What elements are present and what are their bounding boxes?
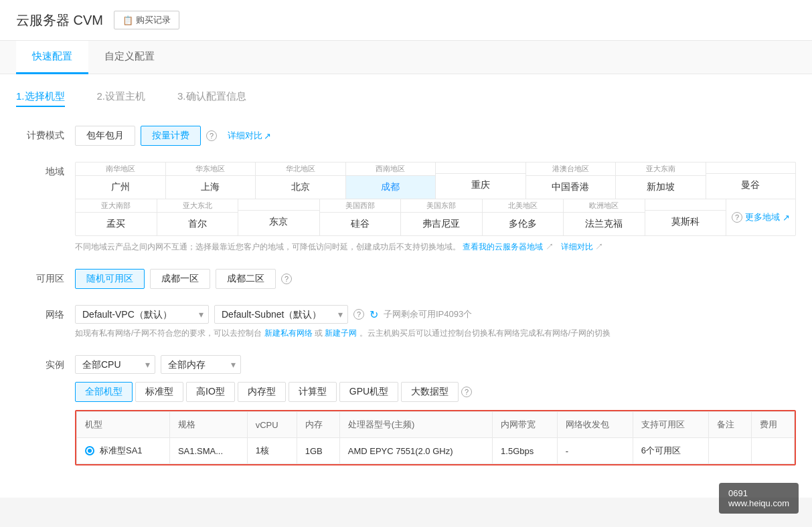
az-help-icon[interactable]: ? bbox=[281, 274, 292, 284]
network-help-icon[interactable]: ? bbox=[353, 309, 364, 320]
page-header: 云服务器 CVM 📋 购买记录 bbox=[0, 0, 812, 41]
region-southwest-header: 西南地区 bbox=[346, 163, 436, 176]
az-zone1-btn[interactable]: 成都一区 bbox=[150, 269, 210, 289]
instance-filters: 全部CPU ▾ 全部内存 ▾ bbox=[75, 355, 796, 374]
region-group-sea: 亚大东南 新加坡 bbox=[616, 163, 706, 199]
itype-help-icon[interactable]: ? bbox=[461, 387, 472, 397]
region-europe-header: 欧洲地区 bbox=[564, 199, 645, 213]
cell-zones: 6个可用区 bbox=[633, 438, 708, 464]
cell-processor: AMD EPYC 7551(2.0 GHz) bbox=[339, 438, 492, 464]
col-cost: 费用 bbox=[751, 412, 794, 438]
region-hk-header: 港澳台地区 bbox=[526, 163, 616, 176]
region-hongkong[interactable]: 中国香港 bbox=[526, 176, 616, 199]
itype-standard-btn[interactable]: 标准型 bbox=[135, 382, 183, 402]
itype-all-btn[interactable]: 全部机型 bbox=[75, 382, 133, 402]
itype-bigdata-btn[interactable]: 大数据型 bbox=[401, 382, 459, 402]
check-region-link[interactable]: 查看我的云服务器地域 bbox=[463, 242, 543, 251]
col-memory: 内存 bbox=[297, 412, 339, 438]
region-frankfurt[interactable]: 法兰克福 bbox=[564, 213, 645, 235]
vpc-select[interactable]: Default-VPC（默认） bbox=[75, 305, 209, 324]
region-north-header: 华北地区 bbox=[256, 163, 345, 176]
region-group-canada: 北美地区 多伦多 bbox=[483, 199, 564, 235]
radio-button[interactable] bbox=[85, 446, 94, 455]
tab-custom-config[interactable]: 自定义配置 bbox=[88, 41, 171, 74]
region-group-hk: 港澳台地区 中国香港 bbox=[526, 163, 617, 199]
ext-icon1: ↗ bbox=[546, 242, 554, 251]
step-3[interactable]: 3.确认配置信息 bbox=[177, 90, 246, 107]
step-1[interactable]: 1.选择机型 bbox=[16, 90, 65, 107]
col-type: 机型 bbox=[77, 412, 170, 438]
region-group-northeast1: 亚大东北 首尔 bbox=[157, 199, 239, 235]
region-siliconvalley[interactable]: 硅谷 bbox=[320, 213, 401, 235]
az-random-btn[interactable]: 随机可用区 bbox=[75, 269, 145, 289]
col-bandwidth: 内网带宽 bbox=[493, 412, 558, 438]
new-subnet-link[interactable]: 新建子网 bbox=[325, 328, 357, 338]
region-guangzhou[interactable]: 广州 bbox=[76, 176, 165, 199]
region-top-row: 南华地区 广州 华东地区 上海 华北地区 北京 西南地区 成都 bbox=[75, 162, 796, 199]
network-row: Default-VPC（默认） ▾ Default-Subnet（默认） ▾ ?… bbox=[75, 305, 796, 324]
step-navigation: 1.选择机型 2.设置主机 3.确认配置信息 bbox=[16, 90, 796, 107]
cell-packet: - bbox=[557, 438, 633, 464]
region-mumbai[interactable]: 孟买 bbox=[76, 213, 157, 235]
table-header-row: 机型 规格 vCPU 内存 处理器型号(主频) 内网带宽 网络收发包 支持可用区… bbox=[77, 412, 795, 438]
new-vpc-link[interactable]: 新建私有网络 bbox=[264, 328, 313, 338]
memory-filter-select[interactable]: 全部内存 bbox=[161, 355, 241, 374]
network-refresh-btn[interactable]: ↻ bbox=[370, 308, 378, 321]
instance-table: 机型 规格 vCPU 内存 处理器型号(主频) 内网带宽 网络收发包 支持可用区… bbox=[76, 411, 795, 464]
purchase-record-button[interactable]: 📋 购买记录 bbox=[114, 11, 179, 29]
subnet-select-wrapper: Default-Subnet（默认） ▾ bbox=[214, 305, 348, 324]
region-bangkok[interactable]: 曼谷 bbox=[706, 174, 796, 197]
itype-compute-btn[interactable]: 计算型 bbox=[289, 382, 337, 402]
itype-memory-btn[interactable]: 内存型 bbox=[238, 382, 286, 402]
billing-help-icon[interactable]: ? bbox=[206, 130, 217, 141]
billing-label: 计费模式 bbox=[16, 126, 64, 142]
region-group-moscow: 莫斯科 bbox=[645, 199, 727, 235]
cell-cost bbox=[751, 438, 794, 464]
region-chengdu[interactable]: 成都 bbox=[346, 176, 436, 199]
billing-form-row: 计费模式 包年包月 按量计费 ? 详细对比 ↗ bbox=[16, 126, 796, 146]
region-virginia[interactable]: 弗吉尼亚 bbox=[401, 213, 482, 235]
region-toronto[interactable]: 多伦多 bbox=[483, 213, 564, 235]
region-shanghai[interactable]: 上海 bbox=[166, 176, 256, 199]
billing-prepaid-btn[interactable]: 包年包月 bbox=[75, 126, 135, 146]
region-sea-header: 亚大东南 bbox=[616, 163, 706, 176]
billing-detail-link[interactable]: 详细对比 ↗ bbox=[228, 130, 271, 142]
az-form-row: 可用区 随机可用区 成都一区 成都二区 ? bbox=[16, 269, 796, 289]
cell-vcpu: 1核 bbox=[247, 438, 297, 464]
col-spec: 规格 bbox=[169, 412, 247, 438]
more-regions-link[interactable]: 更多地域 bbox=[745, 211, 780, 223]
purchase-record-label: 购买记录 bbox=[136, 14, 171, 26]
cpu-filter-select[interactable]: 全部CPU bbox=[75, 355, 155, 374]
col-zones: 支持可用区 bbox=[633, 412, 708, 438]
region-singapore[interactable]: 新加坡 bbox=[616, 176, 706, 199]
itype-gpu-btn[interactable]: GPU机型 bbox=[339, 382, 398, 402]
region-uswest-header: 美国西部 bbox=[320, 199, 401, 213]
instance-form-row: 实例 全部CPU ▾ 全部内存 ▾ bbox=[16, 355, 796, 465]
table-row[interactable]: 标准型SA1 SA1.SMA... 1核 1GB AMD EPYC 7551(2… bbox=[77, 438, 795, 464]
region-beijing[interactable]: 北京 bbox=[256, 176, 345, 199]
region-chongqing[interactable]: 重庆 bbox=[436, 174, 525, 197]
network-label: 网络 bbox=[16, 305, 64, 321]
vpc-select-wrapper: Default-VPC（默认） ▾ bbox=[75, 305, 209, 324]
region-seoul[interactable]: 首尔 bbox=[157, 213, 238, 235]
page-title: 云服务器 CVM bbox=[16, 11, 103, 29]
region-tokyo[interactable]: 东京 bbox=[238, 211, 319, 233]
more-regions-help[interactable]: ? bbox=[732, 212, 742, 223]
subnet-select[interactable]: Default-Subnet（默认） bbox=[214, 305, 348, 324]
billing-postpaid-btn[interactable]: 按量计费 bbox=[141, 126, 201, 146]
region-group-uswest: 美国西部 硅谷 bbox=[320, 199, 402, 235]
region-moscow[interactable]: 莫斯科 bbox=[645, 211, 726, 233]
region-label: 地域 bbox=[16, 162, 64, 178]
itype-highio-btn[interactable]: 高IO型 bbox=[186, 382, 235, 402]
tab-quick-config[interactable]: 快速配置 bbox=[16, 41, 88, 74]
radio-type-cell: 标准型SA1 bbox=[85, 445, 161, 457]
az-zone2-btn[interactable]: 成都二区 bbox=[216, 269, 276, 289]
region-group-southwest: 西南地区 成都 bbox=[346, 163, 436, 199]
region-useast-header: 美国东部 bbox=[401, 199, 482, 213]
step-2[interactable]: 2.设置主机 bbox=[97, 90, 146, 107]
az-buttons: 随机可用区 成都一区 成都二区 ? bbox=[75, 269, 796, 289]
detail-compare-link[interactable]: 详细对比 bbox=[561, 242, 593, 251]
network-form-row: 网络 Default-VPC（默认） ▾ Default-Subnet（默认） … bbox=[16, 305, 796, 339]
cell-radio[interactable]: 标准型SA1 bbox=[77, 438, 170, 464]
region-form-row: 地域 南华地区 广州 华东地区 上海 华北地区 北京 bbox=[16, 162, 796, 253]
